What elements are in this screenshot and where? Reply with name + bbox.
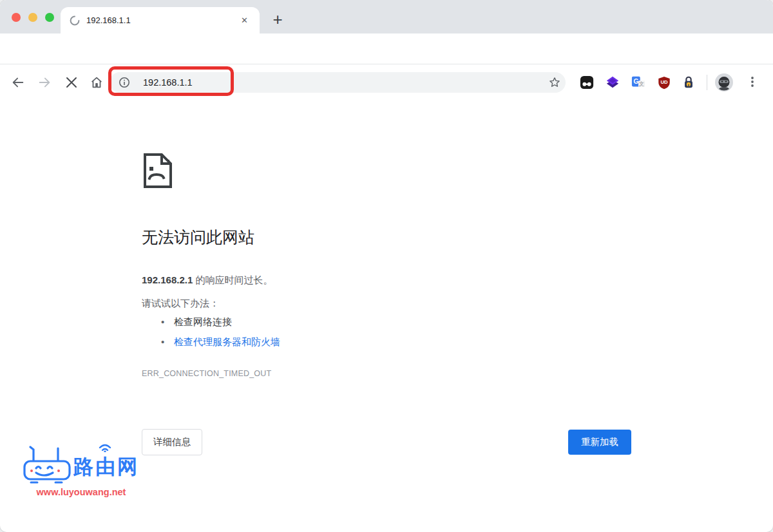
stop-loading-button[interactable] (64, 75, 79, 90)
svg-text:文: 文 (639, 81, 644, 87)
extension-google-translate-button[interactable]: G文 (631, 75, 645, 90)
suggestions-list: 检查网络连接 检查代理服务器和防火墙 (142, 312, 280, 352)
tab-close-button[interactable]: ✕ (238, 15, 251, 26)
star-outline-icon (548, 76, 561, 89)
profile-avatar-button[interactable] (715, 73, 733, 91)
home-button[interactable] (89, 75, 104, 90)
router-logo-icon (22, 444, 72, 489)
home-icon (90, 75, 104, 90)
url-bar[interactable]: 192.168.1.1 (110, 72, 566, 93)
forward-arrow-icon (37, 75, 52, 90)
suggestion-check-network: 检查网络连接 (174, 316, 232, 327)
padlock-icon (682, 75, 696, 90)
error-code: ERR_CONNECTION_TIMED_OUT (142, 369, 271, 378)
back-arrow-icon (11, 75, 25, 90)
site-info-button[interactable] (119, 77, 130, 91)
forward-button[interactable] (37, 75, 52, 90)
tab-title: 192.168.1.1 (86, 15, 238, 25)
purple-layers-icon (606, 75, 620, 90)
ninja-avatar-icon (715, 73, 733, 91)
traffic-light-close[interactable] (12, 13, 21, 22)
info-icon (119, 77, 130, 88)
watermark-url: www.luyouwang.net (22, 487, 140, 497)
bookmark-star-button[interactable] (548, 76, 561, 91)
stop-x-icon (66, 77, 77, 88)
suggestion-item: 检查网络连接 (142, 312, 280, 332)
toolbar-separator (707, 75, 707, 90)
extension-padlock-button[interactable] (682, 75, 696, 90)
loading-spinner-icon (70, 15, 80, 26)
details-button[interactable]: 详细信息 (142, 429, 202, 455)
extension-ublock-button[interactable]: UD (657, 75, 671, 90)
browser-menu-button[interactable] (746, 75, 759, 91)
tampermonkey-icon (580, 75, 594, 90)
suggestions-intro: 请试试以下办法： (142, 298, 219, 310)
svg-text:UD: UD (660, 79, 668, 84)
suggestion-check-proxy-link[interactable]: 检查代理服务器和防火墙 (174, 336, 280, 347)
google-translate-icon: G文 (631, 75, 645, 90)
sad-file-icon (142, 153, 174, 191)
watermark: 路由网 www.luyouwang.net (22, 443, 151, 502)
error-message-text: 的响应时间过长。 (193, 274, 272, 285)
browser-window: 192.168.1.1 ✕ + 192.168.1.1 (0, 0, 773, 532)
error-host: 192.168.2.1 (142, 274, 193, 285)
traffic-light-maximize[interactable] (45, 13, 54, 22)
watermark-brand-text: 路由网 (73, 453, 139, 480)
extension-tampermonkey-button[interactable] (580, 75, 594, 90)
back-button[interactable] (10, 75, 26, 90)
ublock-shield-icon: UD (657, 75, 671, 90)
suggestion-item: 检查代理服务器和防火墙 (142, 332, 280, 352)
error-page-title: 无法访问此网站 (142, 227, 254, 248)
url-text: 192.168.1.1 (143, 72, 193, 93)
extension-purple-layers-button[interactable] (606, 75, 620, 90)
tab-strip: 192.168.1.1 ✕ + (0, 0, 773, 33)
error-message: 192.168.2.1 的响应时间过长。 (142, 274, 272, 287)
traffic-light-minimize[interactable] (28, 13, 37, 22)
navigation-toolbar: 192.168.1.1 G文 UD (0, 33, 773, 64)
wifi-icon (95, 442, 115, 455)
reload-button[interactable]: 重新加载 (568, 430, 631, 455)
three-dot-menu-icon (746, 75, 759, 88)
new-tab-button[interactable]: + (266, 8, 289, 31)
svg-text:G: G (633, 78, 638, 85)
browser-tab[interactable]: 192.168.1.1 ✕ (61, 7, 260, 33)
